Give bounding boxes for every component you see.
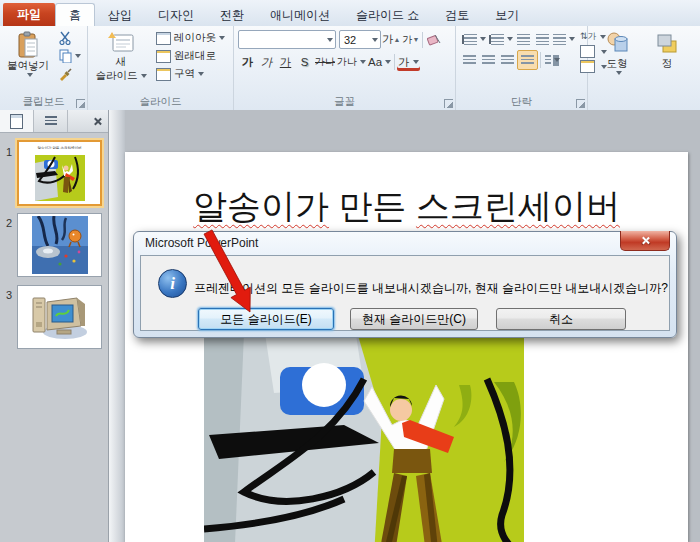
slide-1-editor: 알송이가 만든 스크린세이버 bbox=[125, 152, 688, 542]
slides-tab-icon bbox=[10, 114, 23, 129]
bullets-button[interactable] bbox=[460, 30, 487, 48]
justify-button[interactable] bbox=[517, 50, 538, 70]
reset-icon bbox=[156, 50, 171, 63]
paragraph-separator bbox=[540, 52, 541, 68]
panel-close-icon bbox=[93, 117, 102, 126]
numbering-button[interactable] bbox=[487, 30, 514, 48]
dialog-close-icon bbox=[641, 236, 650, 245]
new-slide-button[interactable]: 새 슬라이드 bbox=[92, 29, 150, 85]
shapes-icon bbox=[603, 31, 631, 57]
panel-close-button[interactable] bbox=[86, 110, 108, 132]
change-case-dropdown-icon bbox=[385, 60, 391, 64]
text-shadow-button[interactable]: S bbox=[295, 53, 314, 71]
scissors-icon bbox=[58, 31, 72, 45]
line-spacing-button[interactable] bbox=[552, 30, 576, 48]
tab-home[interactable]: 홈 bbox=[55, 3, 95, 26]
new-slide-label-top: 새 bbox=[116, 55, 127, 69]
font-color-button[interactable]: 가 bbox=[397, 53, 420, 71]
arrange-button[interactable]: 정 bbox=[642, 29, 692, 77]
align-center-button[interactable] bbox=[479, 51, 498, 69]
dialog-close-button[interactable] bbox=[620, 231, 670, 251]
font-name-combo[interactable] bbox=[238, 30, 336, 49]
character-spacing-label: 가나 bbox=[337, 55, 357, 69]
shrink-font-button[interactable]: 가▼ bbox=[401, 31, 420, 49]
layout-button[interactable]: 레이아웃 bbox=[154, 29, 227, 47]
font-separator bbox=[422, 32, 423, 48]
group-paragraph: ⇅가 단락 bbox=[456, 26, 588, 110]
align-center-icon bbox=[482, 55, 495, 66]
layout-dropdown-icon bbox=[219, 36, 225, 40]
section-dropdown-icon bbox=[198, 72, 204, 76]
group-drawing: 도형 정 bbox=[588, 26, 700, 110]
group-font: 32 가▲ 가▼ 가 가 bbox=[234, 26, 456, 110]
font-color-dropdown-icon bbox=[413, 60, 419, 64]
line-spacing-dropdown-icon bbox=[569, 37, 575, 41]
italic-button[interactable]: 가 bbox=[257, 53, 276, 71]
panel-tab-outline[interactable] bbox=[34, 110, 68, 132]
slide-2-thumbnail[interactable] bbox=[17, 213, 102, 277]
font-dialog-launcher[interactable] bbox=[444, 99, 453, 108]
slide-3-thumbnail[interactable] bbox=[17, 285, 102, 349]
tab-transitions[interactable]: 전환 bbox=[207, 5, 257, 26]
copy-button[interactable] bbox=[56, 47, 83, 65]
clipboard-group-label: 클립보드 bbox=[0, 95, 87, 109]
font-size-combo[interactable]: 32 bbox=[339, 30, 381, 49]
shapes-label: 도형 bbox=[607, 57, 628, 71]
slides-panel: 1 알송이가 만든 스크린세이버 2 bbox=[0, 110, 108, 542]
cut-button[interactable] bbox=[56, 29, 83, 47]
align-left-button[interactable] bbox=[460, 51, 479, 69]
slide-1-number: 1 bbox=[6, 146, 12, 158]
decrease-indent-button[interactable] bbox=[514, 30, 533, 48]
slide-1-thumbnail[interactable]: 알송이가 만든 스크린세이버 bbox=[17, 140, 102, 206]
paste-label: 붙여넣기 bbox=[7, 59, 49, 73]
font-group-label: 글꼴 bbox=[234, 95, 455, 109]
slides-group-label: 슬라이드 bbox=[88, 95, 233, 109]
change-case-button[interactable]: Aa bbox=[367, 53, 392, 71]
clear-formatting-icon bbox=[427, 33, 442, 46]
columns-button[interactable] bbox=[543, 51, 562, 69]
font-size-dropdown-icon bbox=[372, 38, 378, 42]
clear-formatting-button[interactable] bbox=[425, 31, 444, 49]
panel-splitter[interactable] bbox=[108, 110, 126, 542]
slide-1-thumb-title: 알송이가 만든 스크린세이버 bbox=[19, 145, 100, 150]
strikethrough-button[interactable]: 가나 bbox=[314, 53, 336, 71]
tab-insert[interactable]: 삽입 bbox=[95, 5, 145, 26]
character-spacing-button[interactable]: 가나 bbox=[336, 53, 367, 71]
slide-title-word-3: 스크린세이버 bbox=[416, 187, 620, 225]
bold-button[interactable]: 가 bbox=[238, 53, 257, 71]
underline-button[interactable]: 가 bbox=[276, 53, 295, 71]
decrease-indent-icon bbox=[517, 34, 530, 45]
arrange-label: 정 bbox=[662, 57, 673, 71]
slide-title-textbox[interactable]: 알송이가 만든 스크린세이버 bbox=[125, 184, 688, 230]
align-left-icon bbox=[463, 55, 476, 66]
info-icon: i bbox=[158, 269, 187, 298]
ribbon-tab-bar: 파일 홈 삽입 디자인 전환 애니메이션 슬라이드 쇼 검토 보기 bbox=[0, 0, 700, 26]
paragraph-dialog-launcher[interactable] bbox=[576, 99, 585, 108]
paste-button[interactable]: 붙여넣기 bbox=[4, 29, 52, 83]
bullets-dropdown-icon bbox=[480, 37, 486, 41]
cancel-button[interactable]: 취소 bbox=[496, 308, 626, 330]
clipboard-dialog-launcher[interactable] bbox=[76, 99, 85, 108]
font-separator-2 bbox=[394, 54, 395, 70]
increase-indent-button[interactable] bbox=[533, 30, 552, 48]
new-slide-label-bottom: 슬라이드 bbox=[96, 69, 138, 83]
shapes-button[interactable]: 도형 bbox=[592, 29, 642, 77]
clipboard-icon bbox=[16, 31, 40, 59]
grow-font-button[interactable]: 가▲ bbox=[381, 31, 401, 49]
tab-design[interactable]: 디자인 bbox=[145, 5, 207, 26]
tab-file[interactable]: 파일 bbox=[3, 3, 55, 26]
tab-view[interactable]: 보기 bbox=[482, 5, 532, 26]
reset-button[interactable]: 원래대로 bbox=[154, 47, 227, 65]
panel-tab-slides[interactable] bbox=[0, 110, 34, 132]
tab-animations[interactable]: 애니메이션 bbox=[257, 5, 343, 26]
tab-slideshow[interactable]: 슬라이드 쇼 bbox=[343, 5, 432, 26]
current-slide-only-button[interactable]: 현재 슬라이드만(C) bbox=[350, 308, 478, 330]
tab-review[interactable]: 검토 bbox=[432, 5, 482, 26]
annotation-arrow bbox=[198, 228, 268, 323]
outline-tab-icon bbox=[45, 116, 57, 126]
format-painter-button[interactable] bbox=[56, 65, 83, 83]
columns-dropdown-icon bbox=[554, 58, 560, 62]
section-button[interactable]: 구역 bbox=[154, 65, 227, 83]
align-right-button[interactable] bbox=[498, 51, 517, 69]
columns-icon bbox=[545, 55, 551, 66]
